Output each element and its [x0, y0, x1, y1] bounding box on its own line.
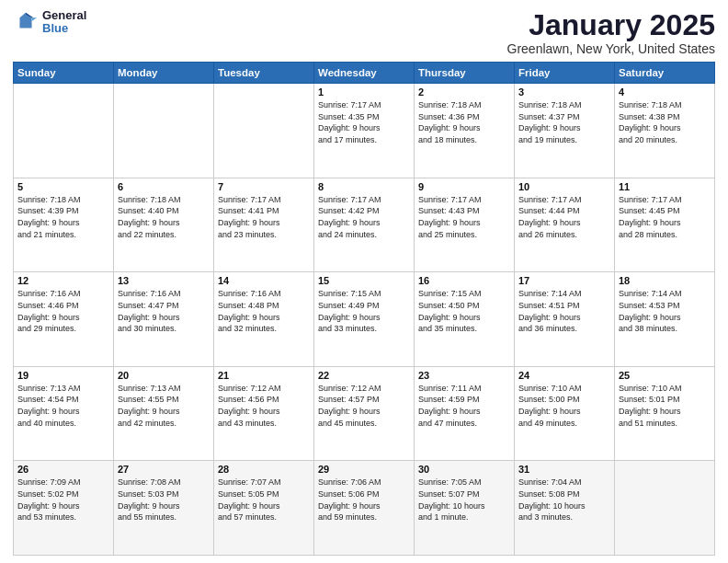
header-sunday: Sunday: [14, 63, 114, 84]
calendar-cell: 15Sunrise: 7:15 AM Sunset: 4:49 PM Dayli…: [314, 272, 415, 367]
weekday-header-row: Sunday Monday Tuesday Wednesday Thursday…: [14, 63, 715, 84]
day-detail: Sunrise: 7:14 AM Sunset: 4:51 PM Dayligh…: [518, 288, 610, 334]
header-tuesday: Tuesday: [214, 63, 314, 84]
calendar-cell: 12Sunrise: 7:16 AM Sunset: 4:46 PM Dayli…: [14, 272, 114, 367]
header-monday: Monday: [114, 63, 214, 84]
calendar-cell: 18Sunrise: 7:14 AM Sunset: 4:53 PM Dayli…: [615, 272, 715, 367]
calendar-title: January 2025: [507, 9, 715, 41]
day-number: 14: [218, 275, 310, 286]
day-number: 22: [318, 370, 410, 381]
day-detail: Sunrise: 7:18 AM Sunset: 4:38 PM Dayligh…: [619, 99, 711, 145]
day-detail: Sunrise: 7:18 AM Sunset: 4:36 PM Dayligh…: [418, 99, 510, 145]
day-detail: Sunrise: 7:18 AM Sunset: 4:39 PM Dayligh…: [17, 194, 109, 240]
calendar-cell: 17Sunrise: 7:14 AM Sunset: 4:51 PM Dayli…: [515, 272, 615, 367]
day-number: 11: [619, 181, 711, 192]
day-number: 7: [218, 181, 310, 192]
calendar-cell: [114, 84, 214, 178]
calendar-cell: 20Sunrise: 7:13 AM Sunset: 4:55 PM Dayli…: [114, 366, 214, 461]
logo: General Blue: [13, 9, 86, 36]
calendar-body: 1Sunrise: 7:17 AM Sunset: 4:35 PM Daylig…: [14, 84, 715, 556]
day-number: 12: [17, 275, 109, 286]
calendar-week-3: 12Sunrise: 7:16 AM Sunset: 4:46 PM Dayli…: [14, 272, 715, 367]
logo-general-text: General: [42, 9, 86, 22]
calendar-cell: 24Sunrise: 7:10 AM Sunset: 5:00 PM Dayli…: [515, 366, 615, 461]
day-number: 8: [318, 181, 410, 192]
header-saturday: Saturday: [615, 63, 715, 84]
day-number: 17: [518, 275, 610, 286]
day-number: 2: [418, 86, 510, 98]
calendar-cell: 26Sunrise: 7:09 AM Sunset: 5:02 PM Dayli…: [14, 461, 114, 556]
day-number: 29: [318, 464, 410, 475]
day-detail: Sunrise: 7:12 AM Sunset: 4:56 PM Dayligh…: [218, 383, 310, 429]
day-detail: Sunrise: 7:17 AM Sunset: 4:41 PM Dayligh…: [218, 194, 310, 240]
calendar-cell: 10Sunrise: 7:17 AM Sunset: 4:44 PM Dayli…: [515, 178, 615, 272]
calendar-cell: 31Sunrise: 7:04 AM Sunset: 5:08 PM Dayli…: [515, 461, 615, 556]
calendar-week-2: 5Sunrise: 7:18 AM Sunset: 4:39 PM Daylig…: [14, 178, 715, 272]
calendar-week-5: 26Sunrise: 7:09 AM Sunset: 5:02 PM Dayli…: [14, 461, 715, 556]
day-number: 1: [318, 86, 410, 98]
day-detail: Sunrise: 7:18 AM Sunset: 4:37 PM Dayligh…: [518, 99, 610, 145]
calendar-cell: 11Sunrise: 7:17 AM Sunset: 4:45 PM Dayli…: [615, 178, 715, 272]
day-number: 18: [619, 275, 711, 286]
day-number: 19: [17, 370, 109, 381]
day-detail: Sunrise: 7:17 AM Sunset: 4:45 PM Dayligh…: [619, 194, 711, 240]
svg-marker-2: [32, 18, 38, 22]
logo-blue-text: Blue: [42, 22, 86, 35]
calendar-cell: [214, 84, 314, 178]
calendar-cell: [14, 84, 114, 178]
day-detail: Sunrise: 7:16 AM Sunset: 4:46 PM Dayligh…: [17, 288, 109, 334]
calendar-cell: 8Sunrise: 7:17 AM Sunset: 4:42 PM Daylig…: [314, 178, 415, 272]
day-detail: Sunrise: 7:09 AM Sunset: 5:02 PM Dayligh…: [17, 477, 109, 523]
calendar-cell: 14Sunrise: 7:16 AM Sunset: 4:48 PM Dayli…: [214, 272, 314, 367]
day-number: 30: [418, 464, 510, 475]
day-number: 15: [318, 275, 410, 286]
day-detail: Sunrise: 7:17 AM Sunset: 4:42 PM Dayligh…: [318, 194, 410, 240]
calendar-cell: 21Sunrise: 7:12 AM Sunset: 4:56 PM Dayli…: [214, 366, 314, 461]
day-number: 20: [118, 370, 210, 381]
day-number: 10: [518, 181, 610, 192]
calendar-cell: 19Sunrise: 7:13 AM Sunset: 4:54 PM Dayli…: [14, 366, 114, 461]
calendar-cell: 28Sunrise: 7:07 AM Sunset: 5:05 PM Dayli…: [214, 461, 314, 556]
calendar-cell: 27Sunrise: 7:08 AM Sunset: 5:03 PM Dayli…: [114, 461, 214, 556]
calendar-week-4: 19Sunrise: 7:13 AM Sunset: 4:54 PM Dayli…: [14, 366, 715, 461]
logo-icon: [13, 9, 39, 35]
calendar-cell: 25Sunrise: 7:10 AM Sunset: 5:01 PM Dayli…: [615, 366, 715, 461]
day-detail: Sunrise: 7:11 AM Sunset: 4:59 PM Dayligh…: [418, 383, 510, 429]
day-detail: Sunrise: 7:05 AM Sunset: 5:07 PM Dayligh…: [418, 477, 510, 523]
logo-text: General Blue: [42, 9, 86, 36]
calendar-cell: 29Sunrise: 7:06 AM Sunset: 5:06 PM Dayli…: [314, 461, 415, 556]
header: General Blue January 2025 Greenlawn, New…: [13, 9, 715, 56]
calendar-cell: 30Sunrise: 7:05 AM Sunset: 5:07 PM Dayli…: [415, 461, 515, 556]
day-number: 4: [619, 86, 711, 98]
header-friday: Friday: [515, 63, 615, 84]
day-number: 5: [17, 181, 109, 192]
day-number: 28: [218, 464, 310, 475]
day-detail: Sunrise: 7:06 AM Sunset: 5:06 PM Dayligh…: [318, 477, 410, 523]
calendar-cell: 13Sunrise: 7:16 AM Sunset: 4:47 PM Dayli…: [114, 272, 214, 367]
day-detail: Sunrise: 7:17 AM Sunset: 4:43 PM Dayligh…: [418, 194, 510, 240]
day-number: 26: [17, 464, 109, 475]
day-number: 6: [118, 181, 210, 192]
day-detail: Sunrise: 7:17 AM Sunset: 4:44 PM Dayligh…: [518, 194, 610, 240]
day-number: 21: [218, 370, 310, 381]
day-detail: Sunrise: 7:10 AM Sunset: 5:01 PM Dayligh…: [619, 383, 711, 429]
calendar-cell: 2Sunrise: 7:18 AM Sunset: 4:36 PM Daylig…: [415, 84, 515, 178]
day-detail: Sunrise: 7:13 AM Sunset: 4:55 PM Dayligh…: [118, 383, 210, 429]
day-number: 13: [118, 275, 210, 286]
day-number: 27: [118, 464, 210, 475]
calendar-cell: 5Sunrise: 7:18 AM Sunset: 4:39 PM Daylig…: [14, 178, 114, 272]
calendar-cell: 9Sunrise: 7:17 AM Sunset: 4:43 PM Daylig…: [415, 178, 515, 272]
day-detail: Sunrise: 7:17 AM Sunset: 4:35 PM Dayligh…: [318, 99, 410, 145]
calendar-cell: 4Sunrise: 7:18 AM Sunset: 4:38 PM Daylig…: [615, 84, 715, 178]
day-detail: Sunrise: 7:07 AM Sunset: 5:05 PM Dayligh…: [218, 477, 310, 523]
day-number: 31: [518, 464, 610, 475]
calendar-week-1: 1Sunrise: 7:17 AM Sunset: 4:35 PM Daylig…: [14, 84, 715, 178]
day-detail: Sunrise: 7:08 AM Sunset: 5:03 PM Dayligh…: [118, 477, 210, 523]
calendar-cell: 7Sunrise: 7:17 AM Sunset: 4:41 PM Daylig…: [214, 178, 314, 272]
title-block: January 2025 Greenlawn, New York, United…: [507, 9, 715, 56]
calendar-cell: 6Sunrise: 7:18 AM Sunset: 4:40 PM Daylig…: [114, 178, 214, 272]
day-detail: Sunrise: 7:13 AM Sunset: 4:54 PM Dayligh…: [17, 383, 109, 429]
calendar-cell: [615, 461, 715, 556]
calendar-cell: 22Sunrise: 7:12 AM Sunset: 4:57 PM Dayli…: [314, 366, 415, 461]
day-detail: Sunrise: 7:04 AM Sunset: 5:08 PM Dayligh…: [518, 477, 610, 523]
